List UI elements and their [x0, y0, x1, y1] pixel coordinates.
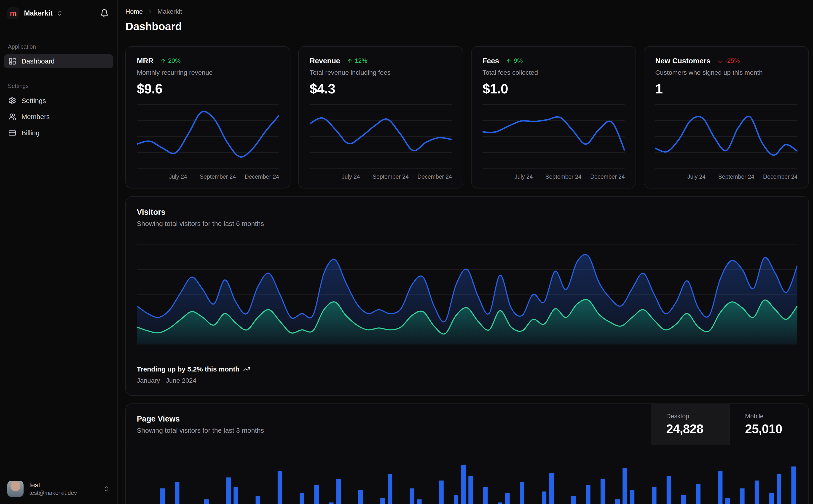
stat-card-revenue: Revenue 12% Total revenue including fees…: [298, 46, 463, 188]
gear-icon: [8, 97, 16, 104]
sidebar-item-label: Settings: [21, 97, 46, 105]
nav-section-settings: Settings Settings Members Billing: [4, 83, 113, 142]
workspace-name: Makerkit: [24, 9, 53, 17]
page-views-header: Page Views Showing total visitors for th…: [126, 404, 808, 445]
user-email: test@makerkit.dev: [29, 490, 77, 496]
user-menu[interactable]: test test@makerkit.dev: [0, 475, 117, 504]
chevron-right-icon: [147, 8, 153, 15]
chevrons-up-down-icon: [56, 10, 63, 17]
page-views-bar-chart: [137, 452, 797, 504]
stat-value: $4.3: [310, 81, 452, 97]
stat-subtitle: Monthly recurring revenue: [137, 69, 279, 76]
customers-sparkline-chart: [655, 104, 797, 169]
sidebar-item-label: Dashboard: [21, 57, 55, 65]
sidebar-item-members[interactable]: Members: [4, 110, 113, 124]
trend-badge: 12%: [347, 57, 367, 64]
page-views-series-tabs: Desktop 24,828 Mobile 25,010: [651, 404, 808, 445]
user-meta: test test@makerkit.dev: [29, 481, 77, 496]
visitors-area-chart: [137, 244, 797, 345]
stat-value: $9.6: [137, 81, 279, 97]
tab-desktop[interactable]: Desktop 24,828: [651, 404, 730, 445]
tab-mobile[interactable]: Mobile 25,010: [730, 404, 808, 445]
sidebar-nav: Application Dashboard Settings Settings …: [0, 43, 117, 142]
user-name: test: [29, 481, 77, 489]
x-axis-labels: July 24September 24December 24: [482, 173, 625, 181]
visitors-trend-text: Trending up by 5.2% this month: [137, 365, 240, 373]
notifications-button[interactable]: [99, 8, 110, 19]
main-content: Home Makerkit Dashboard MRR 20% Monthly …: [117, 0, 813, 504]
sidebar-item-settings[interactable]: Settings: [4, 94, 113, 108]
stat-title: MRR: [137, 57, 153, 65]
visitors-card: Visitors Showing total visitors for the …: [125, 196, 809, 396]
arrow-up-icon: [347, 58, 353, 64]
workspace-switcher[interactable]: Makerkit: [24, 9, 63, 17]
stat-value: 1: [655, 81, 797, 97]
bell-icon: [100, 9, 109, 18]
nav-section-label: Application: [4, 43, 113, 50]
user-avatar: [7, 481, 24, 497]
revenue-sparkline-chart: [310, 104, 452, 169]
sidebar-item-label: Members: [21, 113, 50, 121]
makerkit-logo: m: [7, 7, 19, 19]
stat-card-new-customers: New Customers -25% Customers who signed …: [644, 46, 809, 188]
visitors-date-range: January - June 2024: [137, 377, 797, 384]
page-views-title: Page Views: [137, 414, 640, 423]
app-root: m Makerkit Application Dashboard Setting…: [0, 0, 813, 504]
credit-card-icon: [8, 129, 16, 137]
nav-section-label: Settings: [4, 83, 113, 89]
makerkit-logo-letter: m: [10, 9, 17, 17]
page-views-card: Page Views Showing total visitors for th…: [125, 403, 809, 504]
breadcrumb-current: Makerkit: [157, 8, 182, 15]
x-axis-labels: July 24September 24December 24: [137, 173, 279, 181]
stat-subtitle: Total fees collected: [482, 69, 625, 76]
stat-subtitle: Total revenue including fees: [310, 69, 452, 76]
visitors-footer: Trending up by 5.2% this month January -…: [137, 365, 797, 384]
desktop-total: 24,828: [666, 422, 703, 436]
visitors-title: Visitors: [137, 208, 797, 217]
stat-card-fees: Fees 9% Total fees collected $1.0 July 2…: [471, 46, 636, 188]
trending-up-icon: [243, 366, 251, 373]
trend-badge: 9%: [506, 57, 523, 64]
page-views-subtitle: Showing total visitors for the last 3 mo…: [137, 427, 640, 434]
sidebar-item-label: Billing: [21, 129, 40, 137]
mobile-total: 25,010: [745, 422, 782, 436]
x-axis-labels: July 24September 24December 24: [310, 173, 452, 181]
sidebar-item-billing[interactable]: Billing: [4, 126, 113, 140]
stat-title: Revenue: [310, 57, 340, 65]
stat-title: New Customers: [655, 57, 711, 65]
users-icon: [8, 113, 16, 121]
chevrons-up-down-icon: [103, 485, 110, 492]
x-axis-labels: July 24September 24December 24: [655, 173, 797, 181]
stat-card-grid: MRR 20% Monthly recurring revenue $9.6 J…: [125, 46, 809, 188]
page-title: Dashboard: [125, 20, 809, 33]
trend-badge: -25%: [717, 57, 740, 64]
stat-title: Fees: [482, 57, 499, 65]
sidebar-item-dashboard[interactable]: Dashboard: [4, 54, 113, 68]
sidebar: m Makerkit Application Dashboard Setting…: [0, 0, 117, 504]
visitors-subtitle: Showing total visitors for the last 6 mo…: [137, 220, 797, 228]
fees-sparkline-chart: [482, 104, 625, 169]
stat-card-mrr: MRR 20% Monthly recurring revenue $9.6 J…: [125, 46, 290, 188]
arrow-up-icon: [506, 58, 511, 64]
nav-section-application: Application Dashboard: [4, 43, 113, 70]
layout-dashboard-icon: [8, 57, 16, 65]
breadcrumb-home-link[interactable]: Home: [125, 8, 143, 15]
arrow-down-icon: [717, 58, 723, 64]
breadcrumb: Home Makerkit: [125, 8, 809, 15]
sidebar-header: m Makerkit: [0, 0, 117, 26]
mrr-sparkline-chart: [137, 104, 279, 169]
stat-subtitle: Customers who signed up this month: [655, 69, 797, 76]
stat-value: $1.0: [482, 81, 625, 97]
arrow-up-icon: [160, 58, 166, 64]
trend-badge: 20%: [160, 57, 181, 64]
